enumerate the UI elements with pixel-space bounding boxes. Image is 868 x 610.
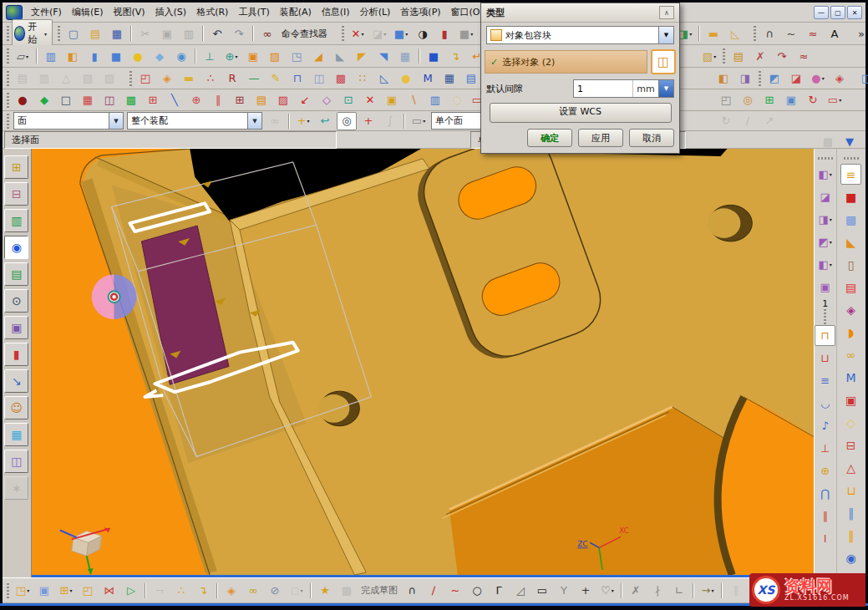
move-handles-button[interactable]: + (358, 112, 378, 130)
command-finder-label[interactable]: 命令查找器 (278, 28, 331, 40)
lock-link-button[interactable]: ⊘ (265, 582, 285, 600)
make-corner-button[interactable]: ∟ (669, 582, 689, 600)
line-button[interactable]: ∕ (424, 582, 444, 600)
set-wcs-button[interactable]: 设置 WCS (490, 103, 672, 123)
toolbar-grip[interactable] (754, 26, 756, 41)
red-sphere-button[interactable]: ● (13, 91, 33, 109)
start-button[interactable]: 开始 ▾ (12, 19, 53, 48)
constraints-button[interactable]: →▾ (698, 582, 718, 600)
paste-button[interactable]: ▥ (179, 24, 199, 43)
design-feature-button[interactable]: ■ (424, 47, 444, 65)
snap-point-button[interactable]: +▾ (293, 112, 313, 130)
bounded-plane-button[interactable]: ◪ (786, 69, 806, 88)
move-component-button[interactable]: ◰ (78, 582, 98, 600)
finish-sketch-label[interactable]: 完成草图 (358, 584, 401, 597)
ok-button[interactable]: 确定 (527, 129, 572, 147)
menu-tools[interactable]: 工具(T) (233, 4, 274, 20)
sm-copy-face-button[interactable]: ◨▾ (815, 209, 835, 230)
shaded-view-button[interactable]: ◑ (413, 24, 433, 43)
edit-feature-button[interactable]: ▤ (728, 47, 749, 65)
select-object-row[interactable]: ✓ 选择对象 (2) (485, 50, 647, 74)
rotate-red-button[interactable]: ↻ (803, 91, 823, 109)
text-tool-button[interactable]: A (825, 24, 845, 43)
move-object-button[interactable]: ▩ (840, 209, 861, 230)
asm-gray-5-button[interactable]: ▨ (99, 69, 119, 88)
broom-button[interactable]: ∖ (404, 91, 424, 109)
type-filter-combo[interactable]: 面 ▼ (13, 112, 124, 130)
menu-assemblies[interactable]: 装配(A) (275, 4, 317, 20)
parallel-gray-button[interactable]: ∥ (726, 582, 746, 600)
sketch-in-task-button[interactable]: ★ (315, 582, 335, 600)
default-gap-input[interactable] (574, 80, 632, 97)
selection-scope-combo[interactable]: 整个装配 ▼ (127, 112, 262, 130)
draft-analysis-button[interactable]: ◺ (374, 69, 394, 88)
revolve-button[interactable]: ◆ (150, 47, 170, 65)
hidden-edges-button[interactable]: ■▾ (456, 24, 476, 43)
roles-button[interactable]: ☺ (4, 396, 28, 419)
draft-button[interactable]: ◢ (308, 47, 328, 65)
show-product-outline-button[interactable]: ▣ (34, 582, 54, 600)
toolbar-grip[interactable] (342, 26, 344, 41)
remember-constraints-button[interactable]: ¬ (150, 582, 170, 600)
shell-button[interactable]: ◳ (287, 47, 307, 65)
reuse-library-button[interactable]: ▤ (4, 262, 28, 286)
stamp-button[interactable]: ◈ (830, 69, 850, 88)
circle-pattern-button[interactable]: ◎ (738, 91, 758, 109)
delete-button[interactable]: ✕ (360, 91, 380, 109)
asm-gray-1-button[interactable]: ▤ (13, 69, 33, 88)
snap-line-button[interactable]: ∕ (738, 112, 758, 130)
wave-geometry-linker-button[interactable]: ◈ (221, 582, 241, 600)
toolbar-grip[interactable] (723, 48, 725, 64)
menu-preferences[interactable]: 首选项(P) (395, 4, 445, 20)
toolbar-grip[interactable] (818, 157, 833, 160)
chamfer-sketch-button[interactable]: ◿ (510, 582, 530, 600)
erase-button[interactable]: ◪▾ (369, 24, 389, 43)
templates-button[interactable]: ◫ (4, 450, 28, 473)
menu-edit[interactable]: 编辑(E) (67, 4, 109, 20)
sphere-button[interactable]: ● (128, 47, 148, 65)
cavity-u-button[interactable]: ⊔ (840, 480, 861, 501)
mirror-book-button[interactable]: ◫▾ (858, 69, 868, 88)
snap-arrow-button[interactable]: ↗ (759, 112, 779, 130)
arc-curve-button[interactable]: ∩ (759, 24, 779, 43)
assembly-navigator-button[interactable]: ⊞ (4, 155, 28, 179)
filter-cup-button[interactable]: ▼ (840, 132, 860, 150)
sequence-button[interactable]: ↴ (193, 582, 213, 600)
polyline-button[interactable]: Y (554, 582, 574, 600)
yellow-cube-button[interactable]: ◇ (840, 412, 861, 433)
dim-capsule-button[interactable]: ⊓ (815, 325, 835, 346)
boolean-button[interactable]: ⊕▾ (221, 47, 241, 65)
extrude-button[interactable]: ◧ (63, 47, 83, 65)
diag-box-button[interactable]: ▨ (273, 91, 293, 109)
bent-arrow-button[interactable]: ↩ (315, 112, 335, 130)
component-filter-button[interactable]: ◻▾ (287, 582, 307, 600)
block-button[interactable]: ■ (106, 47, 126, 65)
quad-green-button[interactable]: ⊞ (759, 91, 779, 109)
toolbar-grip[interactable] (844, 157, 859, 160)
dim-arc-button[interactable]: ◡ (815, 393, 835, 414)
toolbar-grip[interactable] (7, 583, 9, 598)
edit-display-button[interactable]: ■ (840, 186, 861, 207)
chain-rings-button[interactable]: ∞ (840, 344, 861, 365)
chamfer-button[interactable]: ◤ (352, 47, 372, 65)
calculator-button[interactable]: ▦ (439, 69, 459, 88)
hole-button[interactable]: ⊥ (200, 47, 220, 65)
visualization-button[interactable]: ▮ (4, 343, 28, 366)
verify-book-button[interactable]: ▣ (840, 389, 861, 410)
fillet-button[interactable]: Γ (489, 582, 509, 600)
grid-points-button[interactable]: ▤ (461, 69, 481, 88)
exploded-views-button[interactable]: ∴ (171, 582, 191, 600)
toolbar-grip[interactable] (129, 71, 132, 86)
dim-parallel-button[interactable]: ∥ (815, 506, 835, 526)
sm-pattern-face-button[interactable]: ▣ (815, 277, 835, 297)
command-finder-button[interactable]: ∞ (257, 24, 277, 43)
flower-button[interactable]: ◇ (317, 91, 337, 109)
interpart-link-button[interactable]: ∞ (243, 582, 263, 600)
dim-omega-button[interactable]: ⋂ (815, 483, 835, 504)
conic-curve-button[interactable]: ~ (781, 24, 801, 43)
add-component-button[interactable]: ⊞▾ (56, 582, 76, 600)
sweep-along-guide-button[interactable]: ↴ (445, 47, 465, 65)
square-handle-button[interactable]: ▣ (781, 91, 801, 109)
show-dof-button[interactable]: ▷ (121, 582, 141, 600)
win-a-button[interactable]: ◰ (716, 91, 736, 109)
